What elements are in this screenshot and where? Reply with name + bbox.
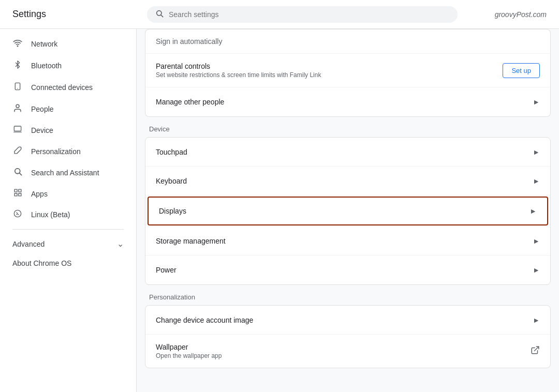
sidebar-item-connected-devices[interactable]: Connected devices	[0, 77, 132, 98]
sidebar-device-label: Device	[31, 126, 53, 134]
power-text: Power	[156, 266, 533, 274]
sidebar-divider	[12, 229, 124, 230]
storage-management-item[interactable]: Storage management ►	[145, 227, 550, 255]
change-account-image-title: Change device account image	[156, 316, 533, 324]
keyboard-item[interactable]: Keyboard ►	[145, 167, 550, 195]
personalization-card: Change device account image ► Wallpaper …	[145, 305, 551, 368]
device-section-label: Device	[137, 117, 559, 137]
svg-rect-11	[18, 189, 21, 192]
touchpad-item[interactable]: Touchpad ►	[145, 138, 550, 167]
brush-icon	[12, 146, 23, 157]
sidebar: Network Bluetooth Connected devices	[0, 29, 137, 392]
svg-line-16	[535, 346, 539, 351]
search-icon	[155, 9, 164, 20]
sign-in-auto-label: Sign in automatically	[156, 37, 222, 46]
sidebar-bluetooth-label: Bluetooth	[31, 62, 62, 70]
wallpaper-item[interactable]: Wallpaper Open the wallpaper app	[145, 335, 550, 368]
sign-in-auto-item[interactable]: Sign in automatically	[145, 29, 551, 54]
displays-text: Displays	[159, 207, 529, 215]
sidebar-item-search-assistant[interactable]: Search and Assistant	[0, 162, 132, 183]
wallpaper-title: Wallpaper	[156, 343, 531, 351]
setup-button[interactable]: Set up	[503, 63, 540, 78]
external-link-icon	[531, 345, 540, 357]
storage-management-text: Storage management	[156, 237, 533, 245]
svg-rect-6	[14, 126, 21, 131]
touchpad-text: Touchpad	[156, 148, 533, 156]
parental-controls-text: Parental controls Set website restrictio…	[156, 62, 503, 79]
search-input[interactable]	[169, 10, 449, 19]
apps-icon	[12, 188, 23, 199]
people-card: Parental controls Set website restrictio…	[145, 54, 551, 117]
displays-title: Displays	[159, 207, 529, 215]
change-account-image-item[interactable]: Change device account image ►	[145, 306, 550, 335]
sidebar-about[interactable]: About Chrome OS	[0, 254, 136, 273]
svg-rect-10	[14, 189, 17, 192]
content-area: Sign in automatically Parental controls …	[137, 29, 559, 392]
sidebar-people-label: People	[31, 105, 54, 113]
device-card: Touchpad ► Keyboard ► Displays ►	[145, 137, 551, 285]
power-chevron: ►	[533, 266, 540, 274]
keyboard-text: Keyboard	[156, 177, 533, 185]
sidebar-item-network[interactable]: Network	[0, 33, 132, 55]
main-layout: Network Bluetooth Connected devices	[0, 29, 559, 392]
person-icon	[12, 103, 23, 115]
sidebar-connected-devices-label: Connected devices	[31, 83, 93, 92]
touchpad-chevron: ►	[533, 148, 540, 156]
storage-management-chevron: ►	[533, 237, 540, 245]
header: Settings groovyPost.com	[0, 0, 559, 29]
svg-point-2	[17, 46, 18, 47]
storage-management-title: Storage management	[156, 237, 533, 245]
sidebar-search-label: Search and Assistant	[31, 169, 99, 177]
sidebar-item-linux[interactable]: Linux (Beta)	[0, 204, 132, 225]
sidebar-item-apps[interactable]: Apps	[0, 183, 132, 204]
svg-rect-3	[15, 83, 20, 89]
power-title: Power	[156, 266, 533, 274]
search-bar[interactable]	[147, 6, 458, 23]
settings-title: Settings	[12, 9, 147, 20]
change-account-image-chevron: ►	[533, 316, 540, 324]
sidebar-item-personalization[interactable]: Personalization	[0, 141, 132, 162]
keyboard-chevron: ►	[533, 177, 540, 185]
sidebar-item-device[interactable]: Device	[0, 120, 132, 141]
svg-line-1	[161, 15, 163, 17]
wallpaper-subtitle: Open the wallpaper app	[156, 352, 531, 359]
smartphone-icon	[12, 82, 23, 93]
change-account-image-text: Change device account image	[156, 316, 533, 324]
sidebar-about-label: About Chrome OS	[12, 259, 71, 267]
svg-point-5	[16, 104, 19, 108]
sidebar-personalization-label: Personalization	[31, 147, 81, 156]
manage-other-people-title: Manage other people	[156, 98, 533, 106]
wallpaper-text: Wallpaper Open the wallpaper app	[156, 343, 531, 359]
bluetooth-icon	[12, 60, 23, 71]
svg-rect-12	[14, 193, 17, 196]
manage-other-people-text: Manage other people	[156, 98, 533, 106]
laptop-icon	[12, 125, 23, 135]
displays-item[interactable]: Displays ►	[148, 197, 548, 225]
personalization-section-label: Personalization	[137, 285, 559, 305]
wifi-icon	[12, 38, 23, 50]
sidebar-advanced[interactable]: Advanced ⌄	[0, 234, 136, 254]
parental-controls-title: Parental controls	[156, 62, 503, 70]
touchpad-title: Touchpad	[156, 148, 533, 156]
manage-people-chevron: ►	[533, 98, 540, 106]
chevron-down-icon: ⌄	[117, 239, 124, 249]
manage-other-people-item[interactable]: Manage other people ►	[145, 87, 550, 116]
sidebar-linux-label: Linux (Beta)	[31, 210, 70, 219]
sidebar-item-bluetooth[interactable]: Bluetooth	[0, 55, 132, 77]
parental-controls-item[interactable]: Parental controls Set website restrictio…	[145, 54, 550, 87]
power-item[interactable]: Power ►	[145, 255, 550, 284]
svg-rect-13	[18, 193, 21, 196]
parental-controls-subtitle: Set website restrictions & screen time l…	[156, 71, 503, 79]
watermark: groovyPost.com	[495, 10, 547, 19]
sidebar-network-label: Network	[31, 40, 57, 48]
search-nav-icon	[12, 167, 23, 178]
displays-chevron: ►	[529, 207, 537, 215]
svg-line-9	[19, 173, 21, 175]
sidebar-advanced-label: Advanced	[12, 240, 109, 248]
sidebar-apps-label: Apps	[31, 190, 48, 198]
terminal-icon	[12, 209, 23, 220]
sidebar-item-people[interactable]: People	[0, 98, 132, 120]
keyboard-title: Keyboard	[156, 177, 533, 185]
